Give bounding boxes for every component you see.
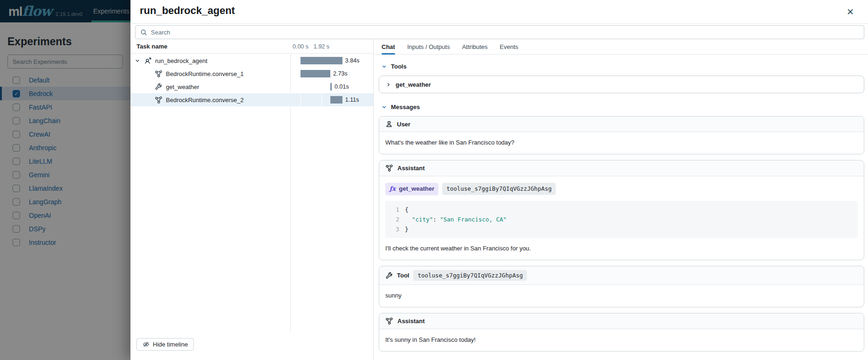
sidebar-item-langgraph[interactable]: LangGraph bbox=[0, 195, 130, 208]
duration-bar bbox=[330, 83, 332, 90]
message-text: I'll check the current weather in San Fr… bbox=[385, 245, 531, 252]
span-row-get-weather[interactable]: 0.01s get_weather bbox=[130, 80, 373, 93]
header-divider bbox=[130, 23, 868, 24]
user-icon bbox=[385, 120, 393, 128]
sidebar-item-anthropic[interactable]: Anthropic bbox=[0, 141, 130, 154]
model-icon bbox=[385, 317, 393, 325]
checkbox[interactable] bbox=[13, 225, 20, 233]
model-icon bbox=[385, 164, 393, 172]
chevron-down-icon bbox=[382, 64, 387, 69]
checkbox[interactable] bbox=[13, 198, 20, 206]
message-text: It's sunny in San Francisco today! bbox=[385, 336, 476, 343]
checkbox[interactable] bbox=[13, 117, 20, 125]
logo-text-flow: flow bbox=[22, 3, 52, 19]
sidebar-item-default[interactable]: Default bbox=[0, 73, 130, 87]
trace-search-bar bbox=[135, 25, 864, 39]
experiments-search-input[interactable] bbox=[7, 55, 123, 69]
trace-modal: run_bedrock_agent ✕ Task name 0.00 s 1.9… bbox=[130, 0, 868, 360]
logo-text-ml: ml bbox=[8, 5, 22, 19]
tool-function-chip: ƒxget_weather bbox=[385, 183, 438, 195]
message-header: User bbox=[379, 117, 864, 132]
version-label: 2.19.1.dev0 bbox=[55, 11, 82, 17]
tool-call-arguments-code: 1{ 2 "city": "San Francisco, CA" 3} bbox=[385, 201, 858, 238]
span-rows: 3.84s run_bedrock_agent 2.73s BedrockRun… bbox=[130, 54, 373, 106]
sidebar-item-litellm[interactable]: LiteLLM bbox=[0, 154, 130, 168]
experiments-sidebar: Experiments Default ✓Bedrock FastAPI Lan… bbox=[0, 22, 130, 360]
sidebar-item-llamaindex[interactable]: LlamaIndex bbox=[0, 181, 130, 195]
checkbox[interactable] bbox=[13, 158, 20, 165]
checkbox[interactable] bbox=[13, 212, 20, 219]
checkbox[interactable] bbox=[13, 171, 20, 179]
tool-definition-expander[interactable]: get_weather bbox=[379, 76, 864, 93]
message-header: Assistant bbox=[379, 313, 864, 329]
checkbox-checked[interactable]: ✓ bbox=[13, 90, 20, 97]
message-header: Assistant bbox=[379, 160, 864, 176]
task-name-column-header: Task name bbox=[137, 43, 167, 50]
message-card-assistant-toolcall: Assistant ƒxget_weather tooluse_s7ggiBy7… bbox=[379, 160, 864, 260]
sidebar-item-dspy[interactable]: DSPy bbox=[0, 222, 130, 235]
tab-events[interactable]: Events bbox=[500, 40, 519, 55]
span-name: run_bedrock_agent bbox=[155, 57, 207, 64]
message-text: sunny bbox=[385, 292, 402, 299]
checkbox[interactable] bbox=[13, 76, 20, 84]
sidebar-item-gemini[interactable]: Gemini bbox=[0, 168, 130, 181]
checkbox[interactable] bbox=[13, 239, 20, 246]
wrench-icon bbox=[155, 83, 163, 91]
sidebar-heading: Experiments bbox=[7, 35, 130, 48]
tool-call-chips: ƒxget_weather tooluse_s7ggiBy7QIqVGzzJGh… bbox=[385, 183, 858, 195]
trace-title: run_bedrock_agent bbox=[140, 5, 235, 17]
span-name: get_weather bbox=[166, 83, 199, 90]
message-header: Tool tooluse_s7ggiBy7QIqVGzzJGhpAsg bbox=[379, 266, 864, 285]
timeline-header: Task name 0.00 s 1.92 s bbox=[130, 40, 373, 54]
hide-timeline-button[interactable]: Hide timeline bbox=[137, 338, 194, 351]
message-card-tool: Tool tooluse_s7ggiBy7QIqVGzzJGhpAsg sunn… bbox=[379, 266, 864, 307]
chevron-down-icon[interactable] bbox=[135, 58, 144, 63]
span-row-run-bedrock-agent[interactable]: 3.84s run_bedrock_agent bbox=[130, 54, 373, 67]
wrench-icon bbox=[385, 272, 393, 279]
trace-search-input[interactable] bbox=[151, 29, 864, 36]
tool-use-id-chip: tooluse_s7ggiBy7QIqVGzzJGhpAsg bbox=[442, 183, 556, 195]
sidebar-item-bedrock[interactable]: ✓Bedrock bbox=[0, 87, 130, 100]
duration-bar bbox=[330, 96, 342, 104]
axis-tick-0: 0.00 s bbox=[293, 43, 308, 50]
mlflow-logo[interactable]: mlflow 2.19.1.dev0 bbox=[8, 3, 82, 19]
sidebar-item-langchain[interactable]: LangChain bbox=[0, 114, 130, 127]
details-tabs: Chat Inputs / Outputs Attributes Events bbox=[374, 40, 868, 55]
tool-use-id-chip: tooluse_s7ggiBy7QIqVGzzJGhpAsg bbox=[413, 270, 527, 281]
messages-section-toggle[interactable]: Messages bbox=[382, 104, 864, 111]
sidebar-item-crewai[interactable]: CrewAI bbox=[0, 127, 130, 141]
span-details-panel: Chat Inputs / Outputs Attributes Events … bbox=[374, 40, 868, 360]
nav-tab-experiments[interactable]: Experiments bbox=[93, 0, 130, 22]
tools-section-toggle[interactable]: Tools bbox=[382, 63, 864, 70]
chevron-right-icon bbox=[386, 82, 391, 87]
message-card-user: User What's the weather like in San Fran… bbox=[379, 116, 864, 154]
search-icon bbox=[140, 29, 147, 36]
span-name: BedrockRuntime.converse_1 bbox=[166, 70, 244, 77]
model-icon bbox=[155, 96, 163, 104]
tab-attributes[interactable]: Attributes bbox=[462, 40, 488, 55]
span-name: BedrockRuntime.converse_2 bbox=[166, 97, 244, 104]
checkbox[interactable] bbox=[13, 104, 20, 111]
agent-icon bbox=[144, 57, 152, 65]
checkbox[interactable] bbox=[13, 144, 20, 152]
tab-chat[interactable]: Chat bbox=[382, 40, 395, 55]
sidebar-item-instructor[interactable]: Instructor bbox=[0, 235, 130, 249]
close-icon[interactable]: ✕ bbox=[844, 6, 857, 19]
tab-inputs-outputs[interactable]: Inputs / Outputs bbox=[407, 40, 450, 55]
timeline-panel: Task name 0.00 s 1.92 s 3.84s run_bedroc… bbox=[130, 40, 374, 360]
chevron-down-icon bbox=[382, 104, 387, 110]
message-text: What's the weather like in San Francisco… bbox=[385, 139, 514, 146]
message-card-assistant-final: Assistant It's sunny in San Francisco to… bbox=[379, 313, 864, 352]
checkbox[interactable] bbox=[13, 185, 20, 192]
axis-tick-1: 1.92 s bbox=[314, 43, 329, 50]
duration-bar bbox=[301, 70, 330, 77]
sidebar-item-fastapi[interactable]: FastAPI bbox=[0, 100, 130, 114]
span-row-bedrockruntime-converse-1[interactable]: 2.73s BedrockRuntime.converse_1 bbox=[130, 67, 373, 80]
span-row-bedrockruntime-converse-2[interactable]: 1.11s BedrockRuntime.converse_2 bbox=[130, 93, 373, 106]
checkbox[interactable] bbox=[13, 131, 20, 138]
fx-icon: ƒx bbox=[390, 185, 396, 194]
sidebar-item-openai[interactable]: OpenAI bbox=[0, 208, 130, 222]
duration-bar bbox=[301, 57, 342, 64]
chat-content: Tools get_weather Messages User What's t… bbox=[374, 55, 868, 360]
eye-off-icon bbox=[143, 341, 150, 348]
